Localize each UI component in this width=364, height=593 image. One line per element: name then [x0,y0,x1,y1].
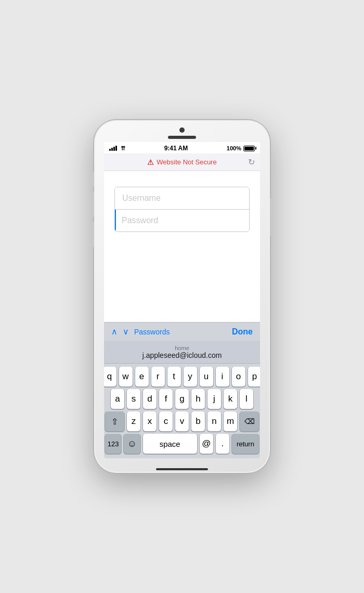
key-y[interactable]: y [184,367,197,386]
autofill-value: j.appleseed@icloud.com [142,351,222,359]
signal-bars [109,146,117,151]
previous-field-button[interactable]: ∧ [111,327,118,337]
key-b[interactable]: b [191,411,205,431]
done-button[interactable]: Done [232,327,253,337]
keyboard-row-3: ⇧ z x c v b n m ⌫ [105,411,259,431]
key-c[interactable]: c [159,411,173,431]
key-shift[interactable]: ⇧ [105,411,124,431]
autofill-label: home [175,345,189,351]
keyboard-row-1: q w e r t y u i o p [105,367,259,386]
keyboard-toolbar: ∧ ∨ Passwords Done [104,322,260,341]
volume-up-button[interactable] [92,192,94,217]
key-a[interactable]: a [111,389,124,409]
web-content: Username Password [104,171,260,322]
key-w[interactable]: w [119,367,133,386]
power-button[interactable] [270,198,272,236]
toolbar-left: ∧ ∨ Passwords [111,327,170,337]
phone-screen: ⇈ 9:41 AM 100% ⚠ Website Not Secure ↻ [104,142,260,458]
next-field-button[interactable]: ∨ [123,327,129,337]
key-period[interactable]: . [216,434,229,454]
key-k[interactable]: k [224,389,237,409]
key-space[interactable]: space [143,434,197,454]
status-bar: ⇈ 9:41 AM 100% [104,142,260,153]
autofill-suggestion[interactable]: home j.appleseed@icloud.com [104,341,260,364]
key-backspace[interactable]: ⌫ [240,411,259,431]
key-r[interactable]: r [151,367,165,386]
keyboard: q w e r t y u i o p a s d f g h j k [104,364,260,458]
status-left: ⇈ [109,145,125,152]
status-right: 100% [227,145,255,151]
key-v[interactable]: v [175,411,189,431]
username-field[interactable]: Username [115,187,249,210]
key-m[interactable]: m [224,411,237,431]
key-x[interactable]: x [143,411,157,431]
key-emoji[interactable]: ☺ [124,434,140,454]
key-i[interactable]: i [216,367,229,386]
phone-bottom [156,466,208,473]
url-bar-content: ⚠ Website Not Secure [109,158,255,166]
key-return[interactable]: return [232,434,259,454]
volume-down-button[interactable] [92,222,94,247]
signal-bar-1 [109,149,111,151]
wifi-icon: ⇈ [121,145,125,152]
key-z[interactable]: z [127,411,140,431]
login-form: Username Password [114,187,250,232]
passwords-button[interactable]: Passwords [134,328,170,336]
key-f[interactable]: f [159,389,173,409]
key-q[interactable]: q [104,367,116,386]
key-u[interactable]: u [200,367,213,386]
key-s[interactable]: s [127,389,140,409]
key-at[interactable]: @ [200,434,213,454]
key-n[interactable]: n [207,411,221,431]
signal-bar-4 [115,146,117,151]
url-bar[interactable]: ⚠ Website Not Secure ↻ [104,153,260,171]
signal-bar-3 [113,147,115,151]
reload-button[interactable]: ↻ [248,157,255,167]
status-time: 9:41 AM [164,145,188,152]
battery-icon [243,146,255,151]
key-j[interactable]: j [207,389,221,409]
phone-top [94,120,270,142]
key-h[interactable]: h [191,389,205,409]
battery-percent: 100% [227,145,241,151]
battery-fill [244,147,254,150]
keyboard-row-4: 123 ☺ space @ . return [105,434,259,454]
url-text: Website Not Secure [157,158,216,166]
key-e[interactable]: e [135,367,149,386]
key-o[interactable]: o [232,367,245,386]
key-t[interactable]: t [167,367,181,386]
keyboard-row-2: a s d f g h j k l [105,389,259,409]
key-p[interactable]: p [248,367,261,386]
phone-frame: ⇈ 9:41 AM 100% ⚠ Website Not Secure ↻ [94,120,270,473]
key-numbers[interactable]: 123 [105,434,121,454]
signal-bar-2 [111,148,113,151]
key-l[interactable]: l [240,389,253,409]
mute-button[interactable] [92,172,94,187]
key-d[interactable]: d [143,389,157,409]
camera [179,127,185,133]
key-g[interactable]: g [175,389,189,409]
home-indicator[interactable] [156,468,208,470]
speaker [168,136,196,139]
warning-icon: ⚠ [147,158,154,166]
password-field[interactable]: Password [115,210,249,231]
battery-container [243,146,255,151]
